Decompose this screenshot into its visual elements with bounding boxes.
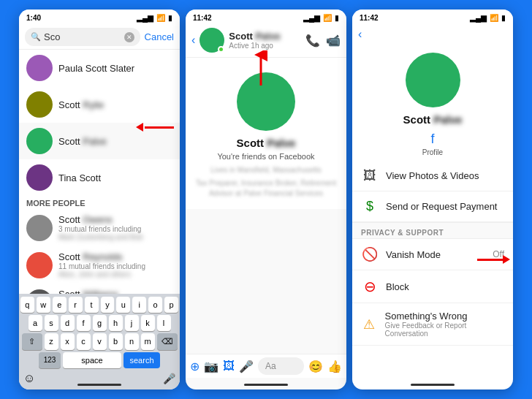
back-button[interactable]: ‹: [191, 34, 195, 47]
key-a[interactable]: a: [28, 315, 42, 331]
key-num[interactable]: 123: [39, 352, 61, 368]
list-item[interactable]: Scott Owens 3 mutual friends including M…: [19, 209, 180, 246]
list-item[interactable]: Tina Scott: [19, 159, 180, 196]
header-status: Active 1h ago: [229, 42, 301, 50]
key-x[interactable]: x: [61, 333, 75, 350]
key-space[interactable]: space: [63, 352, 121, 368]
menu-label-payment: Send or Request Payment: [386, 201, 504, 212]
location-info: Lives in Mansfield, Massachusetts: [210, 165, 322, 175]
mic-icon[interactable]: 🎤: [239, 360, 254, 373]
phone-icon[interactable]: 📞: [305, 34, 320, 48]
key-b[interactable]: b: [109, 333, 123, 350]
key-g[interactable]: g: [93, 315, 107, 331]
menu-item-photos[interactable]: 🖼 View Photos & Videos: [352, 161, 513, 191]
clear-icon[interactable]: ✕: [124, 32, 134, 42]
key-y[interactable]: y: [101, 297, 115, 313]
key-k[interactable]: k: [141, 315, 155, 331]
key-backspace[interactable]: ⌫: [157, 333, 178, 350]
back-button-3[interactable]: ‹: [358, 28, 362, 41]
key-l[interactable]: l: [157, 315, 171, 331]
list-item[interactable]: Scott Reynolds 11 mutual friends includi…: [19, 246, 180, 284]
video-icon[interactable]: 📹: [326, 34, 341, 48]
key-j[interactable]: j: [125, 315, 139, 331]
key-o[interactable]: o: [148, 297, 162, 313]
time-2: 11:42: [193, 14, 212, 22]
arrow-line: [145, 126, 174, 129]
camera-icon[interactable]: 📷: [204, 360, 218, 373]
avatar: [26, 164, 53, 191]
photo-icon[interactable]: 🖼: [223, 360, 235, 373]
menu-item-payment[interactable]: $ Send or Request Payment: [352, 191, 513, 222]
list-item[interactable]: Paula Scott Slater: [19, 50, 180, 86]
menu-item-report[interactable]: ⚠ Something's Wrong Give Feedback or Rep…: [352, 303, 513, 346]
add-icon[interactable]: ⊕: [190, 360, 200, 373]
home-indicator-3: [411, 384, 455, 386]
search-input-box[interactable]: 🔍 Sco ✕: [25, 28, 140, 46]
photos-icon: 🖼: [361, 168, 379, 183]
key-f[interactable]: f: [77, 315, 91, 331]
menu-item-block[interactable]: ⊖ Block: [352, 270, 513, 303]
status-bar-3: 11:42 ▂▄▆ 📶 ▮: [352, 10, 513, 25]
key-d[interactable]: d: [61, 315, 75, 331]
key-h[interactable]: h: [109, 315, 123, 331]
key-c[interactable]: c: [77, 333, 91, 350]
key-t[interactable]: t: [85, 297, 99, 313]
battery-1: ▮: [168, 14, 172, 22]
avatar: [26, 252, 53, 278]
kb-extras: ☺ 🎤: [20, 370, 178, 385]
contact-sub: 3 mutual friends including Mark Zuckerbe…: [58, 225, 172, 241]
key-r[interactable]: r: [69, 297, 83, 313]
key-e[interactable]: e: [53, 297, 66, 313]
key-w[interactable]: w: [37, 297, 50, 313]
time-1: 1:40: [26, 14, 41, 22]
menu-sub-report: Give Feedback or Report Conversation: [385, 322, 504, 338]
like-icon[interactable]: 👍: [327, 360, 342, 373]
red-arrow-block-indicator: [477, 255, 510, 264]
key-s[interactable]: s: [45, 315, 58, 331]
home-indicator-2: [244, 384, 288, 386]
menu-label-block: Block: [386, 281, 504, 292]
search-bar: 🔍 Sco ✕ Cancel: [19, 25, 180, 50]
signal-3: ▂▄▆: [470, 14, 487, 22]
vanish-icon: 🚫: [361, 246, 379, 262]
key-u[interactable]: u: [116, 297, 130, 313]
key-shift[interactable]: ⇧: [22, 333, 42, 350]
key-n[interactable]: n: [125, 333, 139, 350]
emoji-button[interactable]: ☺: [23, 372, 35, 385]
mic-button[interactable]: 🎤: [163, 373, 175, 384]
key-m[interactable]: m: [141, 333, 155, 350]
signal-2: ▂▄▆: [303, 14, 320, 22]
header-avatar: [200, 28, 224, 53]
search-results: Paula Scott Slater Scott Rylie Scott Pal…: [19, 50, 180, 321]
friends-status: You're friends on Facebook: [217, 152, 314, 161]
battery-2: ▮: [335, 14, 339, 22]
avatar: [26, 128, 53, 154]
contact-name: Scott Rylie: [58, 99, 104, 110]
contact-name: Scott Reynolds: [58, 251, 172, 262]
kb-row-1: q w e r t y u i o p: [20, 297, 178, 313]
header-info: Scott Palve Active 1h ago: [229, 31, 301, 50]
menu-label-vanish: Vanish Mode: [386, 249, 485, 260]
message-input[interactable]: Aa: [258, 357, 304, 375]
key-q[interactable]: q: [20, 297, 34, 313]
screen-chat: 11:42 ▂▄▆ 📶 ▮ ‹ Scott Palve Active 1h ag…: [186, 10, 346, 390]
keyboard: q w e r t y u i o p a s d f g h j k l: [19, 294, 180, 390]
contact-name: Scott Palve: [58, 136, 107, 147]
emoji-icon[interactable]: 😊: [308, 360, 323, 373]
contact-name: Scott Owens: [58, 214, 172, 225]
signal-1: ▂▄▆: [137, 14, 153, 22]
profile-link[interactable]: f Profile: [422, 132, 443, 156]
contact-name: Paula Scott Slater: [58, 63, 134, 74]
warning-icon: ⚠: [361, 316, 378, 332]
key-search[interactable]: search: [123, 352, 160, 368]
key-z[interactable]: z: [45, 333, 58, 350]
list-item[interactable]: Scott Rylie: [19, 86, 180, 123]
status-bar-2: 11:42 ▂▄▆ 📶 ▮: [186, 10, 346, 25]
menu-label-report: Something's Wrong: [385, 311, 504, 322]
key-i[interactable]: i: [132, 297, 146, 313]
arrow-up-svg: [250, 50, 272, 87]
key-v[interactable]: v: [93, 333, 107, 350]
cancel-button[interactable]: Cancel: [145, 31, 174, 42]
key-p[interactable]: p: [164, 297, 178, 313]
options-avatar: [406, 53, 460, 107]
